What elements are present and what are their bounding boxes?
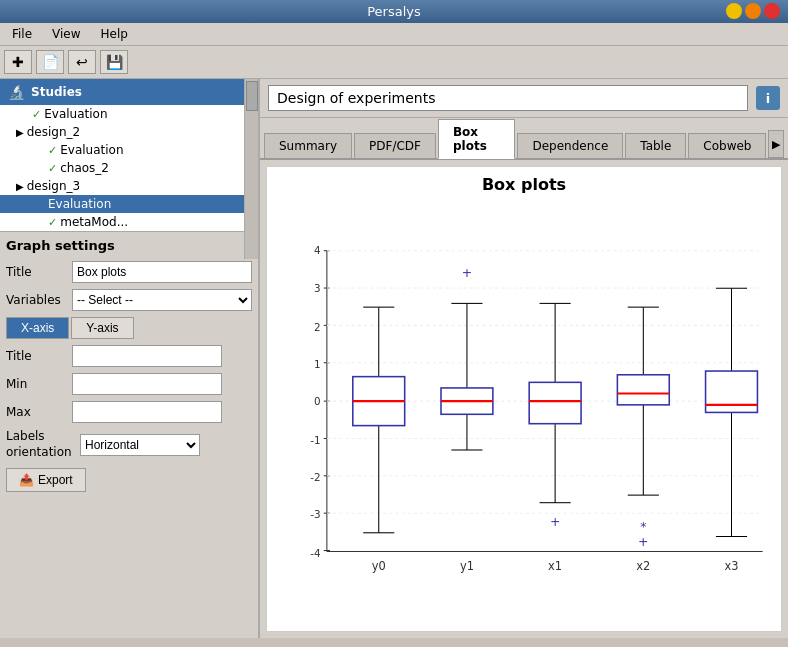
chart-svg: 4 3 2 1 0 -1 [275,200,773,623]
axis-min-label: Min [6,377,66,391]
axis-min-input[interactable] [72,373,222,395]
tab-summary[interactable]: Summary [264,133,352,158]
yaxis-tab[interactable]: Y-axis [71,317,133,339]
check-icon-3: ✓ [48,162,57,175]
svg-text:+: + [638,534,648,549]
boxplot-y0 [353,307,405,533]
axis-title-input[interactable] [72,345,222,367]
svg-text:y0: y0 [372,559,386,573]
arrow-icon: ▶ [16,127,24,138]
toolbar-open[interactable]: 📄 [36,50,64,74]
chart-body: 4 3 2 1 0 -1 [275,200,773,623]
toolbar: ✚ 📄 ↩ 💾 [0,46,788,79]
tabs-bar: Summary PDF/CDF Box plots Dependence Tab… [260,118,788,160]
tree-item-evaluation-3[interactable]: Evaluation [0,195,244,213]
svg-text:1: 1 [314,358,321,370]
svg-text:-2: -2 [310,471,320,483]
variables-row: Variables -- Select -- [6,289,252,311]
svg-text:x2: x2 [636,559,650,573]
graph-settings: Graph settings Title Variables -- Select… [0,232,258,638]
variables-select[interactable]: -- Select -- [72,289,252,311]
axis-title-row: Title Min Max [6,345,252,423]
title-bar: Persalys [0,0,788,23]
title-label: Title [6,265,66,279]
check-icon-2: ✓ [48,144,57,157]
axis-title-label: Title [6,349,66,363]
svg-text:4: 4 [314,244,321,256]
labels-orientation-row: Labelsorientation Horizontal Vertical [6,429,252,460]
tree-item-evaluation-2[interactable]: ✓ Evaluation [0,141,244,159]
boxplot-y1: + [441,265,493,450]
studies-header: 🔬 Studies [0,79,258,105]
arrow-icon-2: ▶ [16,181,24,192]
tab-pdfcdf[interactable]: PDF/CDF [354,133,436,158]
toolbar-back[interactable]: ↩ [68,50,96,74]
svg-rect-60 [706,371,758,412]
title-input[interactable] [72,261,252,283]
tree-item-metamod[interactable]: ✓ metaMod... [0,213,244,231]
svg-text:*: * [640,519,646,534]
maximize-btn[interactable] [745,3,761,19]
svg-text:-3: -3 [310,508,320,520]
studies-title: Studies [31,85,82,99]
svg-text:x3: x3 [724,559,738,573]
left-panel: 🔬 Studies ✓ Evaluation ▶ design_2 ✓ Eval… [0,79,260,638]
menu-bar: File View Help [0,23,788,46]
toolbar-new[interactable]: ✚ [4,50,32,74]
main-layout: 🔬 Studies ✓ Evaluation ▶ design_2 ✓ Eval… [0,79,788,638]
svg-text:x1: x1 [548,559,562,573]
tab-dependence[interactable]: Dependence [517,133,623,158]
axis-max-label: Max [6,405,66,419]
axis-max-input[interactable] [72,401,222,423]
tree-item-evaluation-1[interactable]: ✓ Evaluation [0,105,244,123]
check-icon-4: ✓ [48,216,57,229]
labels-orient-label: Labelsorientation [6,429,76,460]
xaxis-tab[interactable]: X-axis [6,317,69,339]
tree-area: ✓ Evaluation ▶ design_2 ✓ Evaluation ✓ c… [0,105,244,232]
minimize-btn[interactable] [726,3,742,19]
tree-item-design2[interactable]: ▶ design_2 [0,123,244,141]
panel-title: Design of experiments [268,85,748,111]
svg-text:+: + [462,265,472,280]
svg-rect-52 [617,375,669,405]
export-button[interactable]: 📤 Export [6,468,86,492]
tree-scrollbar[interactable] [244,79,258,259]
orientation-select[interactable]: Horizontal Vertical [80,434,200,456]
svg-text:+: + [550,514,560,529]
svg-text:0: 0 [314,395,321,407]
close-btn[interactable] [764,3,780,19]
menu-file[interactable]: File [4,25,40,43]
menu-help[interactable]: Help [93,25,136,43]
svg-rect-45 [529,382,581,423]
info-button[interactable]: i [756,86,780,110]
tab-table[interactable]: Table [625,133,686,158]
toolbar-save[interactable]: 💾 [100,50,128,74]
tab-boxplots[interactable]: Box plots [438,119,516,159]
title-row: Title [6,261,252,283]
svg-text:3: 3 [314,282,321,294]
boxplot-x1: + [529,303,581,528]
tabs-scroll-right[interactable]: ▶ [768,130,784,158]
right-panel: Design of experiments i Summary PDF/CDF … [260,79,788,638]
tree-item-chaos2[interactable]: ✓ chaos_2 [0,159,244,177]
svg-text:-4: -4 [310,547,321,559]
panel-header: Design of experiments i [260,79,788,118]
svg-text:-1: -1 [310,434,320,446]
check-icon: ✓ [32,108,41,121]
svg-text:y1: y1 [460,559,474,573]
variables-label: Variables [6,293,66,307]
tree-item-design3[interactable]: ▶ design_3 [0,177,244,195]
axis-tabs: X-axis Y-axis [6,317,252,339]
svg-text:2: 2 [314,321,321,333]
tab-cobweb[interactable]: Cobweb [688,133,766,158]
chart-title: Box plots [482,175,566,194]
app-title: Persalys [367,4,421,19]
export-icon: 📤 [19,473,34,487]
chart-area: Box plots 4 3 2 [266,166,782,632]
menu-view[interactable]: View [44,25,88,43]
boxplot-x2: * + [617,307,669,549]
graph-settings-title: Graph settings [6,238,252,253]
